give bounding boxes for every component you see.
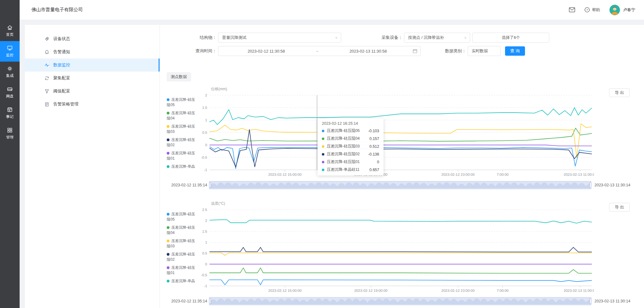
svg-text:2023-02-12 15:00:00: 2023-02-12 15:00:00 xyxy=(268,289,302,292)
legend-dot xyxy=(167,138,169,141)
datazoom-slider[interactable] xyxy=(209,181,591,189)
rail-item-home[interactable]: 首页 xyxy=(0,21,20,41)
svg-text:?: ? xyxy=(586,8,588,12)
slider-end-time: 2023-02-13 11:30:14 xyxy=(594,183,630,187)
tooltip-series-value: 0.512 xyxy=(370,144,379,149)
slider-end-time: 2023-02-13 11:30:14 xyxy=(594,299,630,303)
legend-item[interactable]: 压差沉降-硅压阻05 xyxy=(167,212,198,222)
monitor-icon xyxy=(7,45,13,51)
help-label: 帮助 xyxy=(592,7,600,13)
drive-icon xyxy=(7,86,13,92)
legend-item[interactable]: 压差沉降-单晶硅11 xyxy=(167,278,198,284)
legend-item[interactable]: 压差沉降-硅压阻01 xyxy=(167,265,198,276)
tooltip-series-name: 压差沉降-硅压阻01 xyxy=(327,159,360,165)
slider-handle-left[interactable] xyxy=(209,298,211,304)
rail-item-label: 监控 xyxy=(6,53,14,58)
rail-item-journal[interactable]: 事记 xyxy=(0,103,20,123)
svg-text:2023-02-13 11:00:00: 2023-02-13 11:00:00 xyxy=(564,289,594,292)
legend-dot xyxy=(167,240,169,242)
slider-start-time: 2023-02-12 11:35:14 xyxy=(167,299,209,303)
legend-item[interactable]: 压差沉降-硅压阻03 xyxy=(167,238,198,249)
rail-item-label: 首页 xyxy=(6,32,14,37)
menu-item-label: 聚集配置 xyxy=(53,75,70,81)
legend-item[interactable]: 压差沉降-硅压阻02 xyxy=(167,252,198,262)
menu-item-data-monitor[interactable]: 数据监控 xyxy=(25,58,160,72)
svg-text:2023-02-12 15:00:00: 2023-02-12 15:00:00 xyxy=(268,173,302,176)
svg-text:0: 0 xyxy=(205,143,207,147)
chart-tooltip: 2023-02-12 16:25:14 压差沉降-硅压阻05-0.103压差沉降… xyxy=(317,118,384,175)
menu-item-threshold-config[interactable]: 阈值配置 xyxy=(25,85,160,98)
legend-item[interactable]: 压差沉降-硅压阻04 xyxy=(167,225,198,236)
svg-text:-1: -1 xyxy=(204,284,207,288)
tooltip-series-dot xyxy=(322,169,324,171)
rail-item-monitor[interactable]: 监控 xyxy=(0,41,20,62)
tooltip-series-name: 压差沉降-硅压阻04 xyxy=(327,136,360,141)
avatar xyxy=(609,5,620,15)
tooltip-series-value: -0.136 xyxy=(368,152,379,156)
svg-text:-1: -1 xyxy=(204,168,207,172)
menu-item-alarm-policy[interactable]: 告警策略管理 xyxy=(25,98,160,111)
svg-text:2: 2 xyxy=(205,219,207,222)
menu-item-device-status[interactable]: 设备状态 xyxy=(25,32,160,45)
menu-item-alarm-notify[interactable]: 告警通知 xyxy=(25,45,160,58)
svg-text:温度(°C): 温度(°C) xyxy=(211,201,225,206)
rail-item-label: 管理 xyxy=(6,135,14,140)
help-button[interactable]: ? 帮助 xyxy=(584,7,600,13)
menu-item-aggregation-config[interactable]: 聚集配置 xyxy=(25,72,160,85)
legend-item[interactable]: 压差沉降-硅压阻01 xyxy=(167,151,198,161)
mail-button[interactable] xyxy=(569,7,575,12)
legend-item[interactable]: 压差沉降-硅压阻03 xyxy=(167,124,198,134)
svg-text:2: 2 xyxy=(205,93,207,97)
tooltip-series-value: 0.157 xyxy=(370,137,379,141)
legend-item[interactable]: 压差沉降-单晶硅11 xyxy=(167,164,198,169)
tab-point-data[interactable]: 测点数据 xyxy=(167,72,191,82)
displacement-chart-section: 导 出 压差沉降-硅压阻05压差沉降-硅压阻04压差沉降-硅压阻03压差沉降-硅… xyxy=(167,85,644,189)
svg-text:位移(mm): 位移(mm) xyxy=(211,87,227,91)
device-select[interactable]: 按测点 / 沉降带温补 ∨ xyxy=(404,33,470,43)
svg-text:7:00:00: 7:00:00 xyxy=(497,173,508,176)
selected-count-button[interactable]: 选择了6个 xyxy=(472,33,549,43)
slider-handle-right[interactable] xyxy=(589,298,591,304)
temperature-chart-section: 导 出 压差沉降-硅压阻05压差沉降-硅压阻04压差沉降-硅压阻03压差沉降-硅… xyxy=(167,200,644,305)
tooltip-series-dot xyxy=(322,130,324,132)
category-input[interactable]: 实时数据 xyxy=(468,46,501,56)
refresh-icon xyxy=(45,76,49,81)
structure-select[interactable]: 普量沉降测试 ∨ xyxy=(218,33,341,43)
slider-handle-left[interactable] xyxy=(209,182,211,188)
svg-text:2023-02-13 11:00:00: 2023-02-13 11:00:00 xyxy=(564,173,594,176)
export-button[interactable]: 导 出 xyxy=(609,88,630,97)
chart-canvas[interactable]: 温度(°C)2.521.510.50-0.5-12023-02-12 15:00… xyxy=(199,200,594,295)
menu-item-label: 告警策略管理 xyxy=(53,101,79,107)
tooltip-series-value: -0.103 xyxy=(368,129,379,133)
calendar-icon xyxy=(7,107,13,113)
time-end: 2023-02-13 11:30:58 xyxy=(323,49,413,54)
legend-item[interactable]: 压差沉降-硅压阻04 xyxy=(167,110,198,121)
user-menu[interactable]: 卢春宁 xyxy=(609,5,635,15)
query-button[interactable]: 查 询 xyxy=(505,46,525,56)
rail-item-integration[interactable]: 集成 xyxy=(0,62,20,82)
slider-handle-right[interactable] xyxy=(589,182,591,188)
home-icon xyxy=(7,25,13,30)
export-button[interactable]: 导 出 xyxy=(609,203,630,212)
chart-canvas[interactable]: 位移(mm)21.510.50-0.5-12023-02-12 15:00:00… xyxy=(199,85,594,179)
tooltip-series-dot xyxy=(322,145,324,148)
svg-text:2023-02-12 19:00:00: 2023-02-12 19:00:00 xyxy=(354,289,388,292)
tooltip-series-value: 0.657 xyxy=(370,168,379,172)
svg-text:2.5: 2.5 xyxy=(202,208,207,212)
legend-item[interactable]: 压差沉降-硅压阻05 xyxy=(167,97,198,108)
slider-start-time: 2023-02-12 11:35:14 xyxy=(167,183,209,187)
menu-item-label: 设备状态 xyxy=(53,36,70,42)
funnel-icon xyxy=(45,89,49,94)
username: 卢春宁 xyxy=(623,7,635,13)
datazoom-slider[interactable] xyxy=(209,297,591,305)
legend-dot xyxy=(167,125,169,128)
document-icon xyxy=(45,102,49,107)
legend-item[interactable]: 压差沉降-硅压阻02 xyxy=(167,137,198,148)
rail-item-admin[interactable]: 管理 xyxy=(0,123,20,144)
rail-item-netdisk[interactable]: 网盘 xyxy=(0,82,20,103)
tooltip-row: 压差沉降-硅压阻05-0.103 xyxy=(322,128,379,133)
mail-icon xyxy=(569,7,575,12)
svg-text:7:00:00: 7:00:00 xyxy=(497,289,508,292)
tooltip-series-name: 压差沉降-单晶硅11 xyxy=(327,167,360,172)
time-range-picker[interactable]: 2023-02-12 11:30:58 ~ 2023-02-13 11:30:5… xyxy=(218,46,421,56)
